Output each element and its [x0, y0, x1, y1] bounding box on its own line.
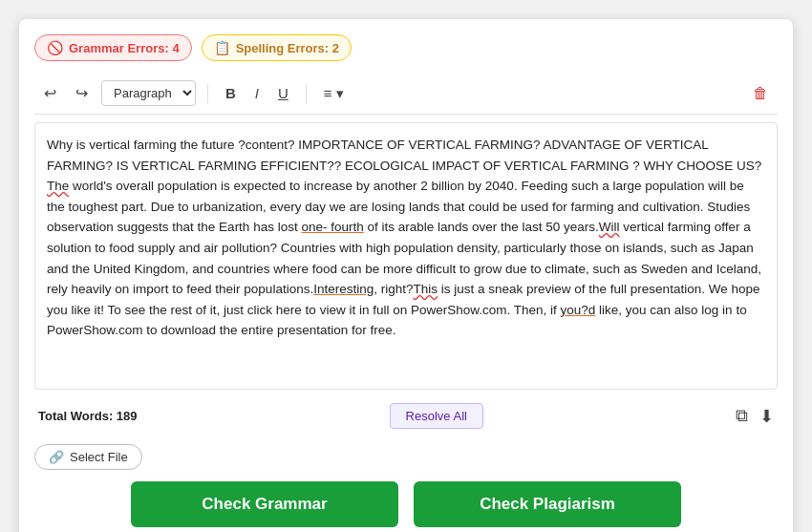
grammar-error-label: Grammar Errors: 4 [69, 41, 180, 55]
check-plagiarism-button[interactable]: Check Plagiarism [414, 481, 681, 527]
spelling-error-label: Spelling Errors: 2 [236, 41, 339, 55]
check-grammar-button[interactable]: Check Grammar [131, 481, 398, 527]
select-file-label: Select File [70, 450, 128, 464]
action-buttons: Check Grammar Check Plagiarism [34, 481, 778, 527]
undo-icon: ↩ [44, 85, 56, 101]
redo-button[interactable]: ↪ [70, 80, 94, 106]
underline-button[interactable]: U [272, 81, 294, 105]
bold-button[interactable]: B [220, 81, 242, 105]
italic-icon: I [255, 85, 259, 101]
resolve-all-button[interactable]: Resolve All [390, 403, 483, 429]
toolbar-separator-2 [306, 84, 307, 103]
editor-toolbar: ↩ ↪ Paragraph Heading 1 Heading 2 B I U … [34, 73, 778, 115]
copy-button[interactable]: ⧉ [736, 406, 748, 426]
italic-button[interactable]: I [249, 81, 265, 105]
align-icon: ≡ ▾ [324, 85, 344, 101]
text-editor[interactable]: Why is vertical farming the future ?cont… [34, 122, 778, 390]
spelling-error-badge: 📋 Spelling Errors: 2 [202, 34, 352, 61]
download-button[interactable]: ⬇ [759, 406, 774, 427]
trash-button[interactable]: 🗑 [747, 81, 774, 106]
grammar-error-icon: 🚫 [47, 40, 63, 55]
paragraph-select[interactable]: Paragraph Heading 1 Heading 2 [101, 80, 196, 106]
align-button[interactable]: ≡ ▾ [318, 81, 350, 106]
underline-icon: U [278, 85, 288, 101]
bold-icon: B [225, 85, 236, 101]
grammar-error-badge: 🚫 Grammar Errors: 4 [34, 34, 192, 61]
spelling-error-icon: 📋 [214, 40, 230, 55]
select-file-button[interactable]: 🔗 Select File [34, 444, 142, 470]
editor-text: Why is vertical farming the future ?cont… [47, 135, 765, 341]
redo-icon: ↪ [75, 85, 88, 101]
error-badges: 🚫 Grammar Errors: 4 📋 Spelling Errors: 2 [34, 34, 778, 61]
main-container: 🚫 Grammar Errors: 4 📋 Spelling Errors: 2… [19, 19, 793, 532]
download-icon: ⬇ [759, 407, 774, 426]
undo-button[interactable]: ↩ [38, 80, 62, 106]
word-count: Total Words: 189 [38, 409, 138, 423]
select-file-row: 🔗 Select File [34, 444, 778, 470]
toolbar-separator-1 [207, 84, 208, 103]
trash-icon: 🗑 [753, 85, 768, 101]
bottom-bar: Total Words: 189 Resolve All ⧉ ⬇ [34, 397, 778, 435]
link-icon: 🔗 [49, 450, 64, 464]
copy-icon: ⧉ [736, 406, 748, 425]
icon-buttons: ⧉ ⬇ [736, 406, 774, 427]
